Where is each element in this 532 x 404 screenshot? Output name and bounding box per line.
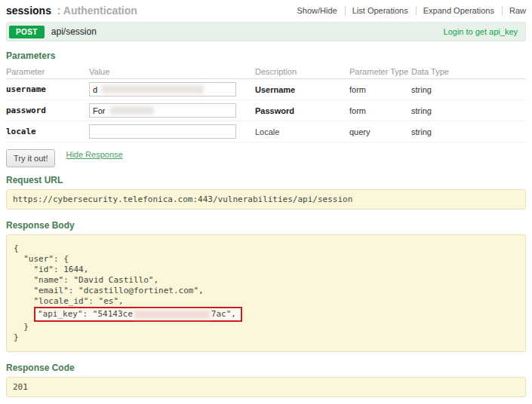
response-body-box: { "user": { "id": 1644, "name": "David C…	[6, 234, 526, 352]
response-json-line: }	[14, 322, 518, 332]
response-json-line: "user": {	[14, 254, 518, 265]
col-parameter: Parameter	[6, 67, 89, 76]
link-list-operations[interactable]: List Operations	[345, 6, 408, 15]
resource-title: sessions : Authentication	[6, 5, 137, 17]
response-code-value: 201	[6, 377, 526, 397]
password-field[interactable]	[89, 103, 236, 118]
link-expand-operations[interactable]: Expand Operations	[416, 6, 494, 15]
locale-field-wrap	[89, 124, 255, 139]
param-type: form	[349, 85, 411, 94]
col-description: Description	[255, 67, 349, 76]
password-field-wrap	[89, 103, 255, 118]
param-type: query	[349, 127, 411, 136]
response-json-line: "name": "David Castillo",	[14, 275, 518, 286]
api-key-prefix: "api_key": "54143ce	[38, 309, 133, 320]
hide-response-link[interactable]: Hide Response	[66, 150, 122, 159]
actions-row: Try it out! Hide Response	[6, 149, 532, 167]
login-to-get-api-key-link[interactable]: Login to get api_key	[444, 27, 518, 36]
response-json-line: {	[14, 243, 518, 254]
resource-name-link[interactable]: sessions	[6, 5, 51, 17]
col-parameter-type: Parameter Type	[349, 67, 411, 76]
col-data-type: Data Type	[411, 67, 526, 76]
response-json-line-api-key: "api_key": "54143ce 7ac",	[14, 307, 518, 322]
response-json-line: "email": "dcastillo@fortinet.com",	[14, 286, 518, 296]
response-json-line: "id": 1644,	[14, 265, 518, 275]
request-url-value: https://cybersecurity.telefonica.com:443…	[6, 189, 526, 210]
parameters-table-header: Parameter Value Description Parameter Ty…	[6, 65, 526, 79]
param-name-locale: locale	[6, 127, 89, 136]
param-type: form	[349, 106, 411, 115]
link-show-hide[interactable]: Show/Hide	[297, 6, 337, 15]
response-json-line: }	[14, 332, 518, 343]
username-field-wrap	[89, 82, 255, 96]
locale-field[interactable]	[89, 124, 236, 139]
response-json-line: "locale_id": "es",	[14, 296, 518, 307]
col-value: Value	[89, 67, 255, 76]
parameters-table: Parameter Value Description Parameter Ty…	[6, 65, 526, 142]
table-row: username Username form string	[6, 79, 526, 100]
endpoint-bar: POST api/session Login to get api_key	[6, 22, 526, 41]
table-row: locale Locale query string	[6, 121, 526, 142]
redaction-smudge	[134, 311, 210, 319]
username-field[interactable]	[89, 82, 236, 96]
param-description: Locale	[255, 127, 349, 136]
request-url-heading: Request URL	[6, 175, 532, 185]
api-key-suffix: 7ac",	[211, 309, 236, 320]
param-data-type: string	[411, 85, 526, 94]
param-data-type: string	[411, 127, 526, 136]
api-key-highlight-annotation: "api_key": "54143ce 7ac",	[34, 307, 242, 322]
endpoint-path-link[interactable]: api/session	[51, 26, 97, 37]
param-data-type: string	[411, 106, 526, 115]
param-name-username: username	[6, 84, 89, 94]
link-raw[interactable]: Raw	[502, 6, 526, 15]
response-code-heading: Response Code	[6, 363, 532, 373]
http-method-badge: POST	[9, 26, 45, 38]
table-row: password Password form string	[6, 100, 526, 121]
page-header: sessions : Authentication Show/Hide List…	[0, 0, 532, 20]
parameters-heading: Parameters	[6, 50, 532, 61]
try-it-out-button[interactable]: Try it out!	[6, 149, 55, 167]
param-name-password: password	[6, 106, 89, 115]
param-description: Username	[255, 85, 349, 94]
header-links: Show/Hide List Operations Expand Operati…	[297, 6, 526, 15]
param-description: Password	[255, 106, 349, 115]
resource-description: : Authentication	[57, 5, 137, 17]
response-body-heading: Response Body	[6, 220, 532, 231]
